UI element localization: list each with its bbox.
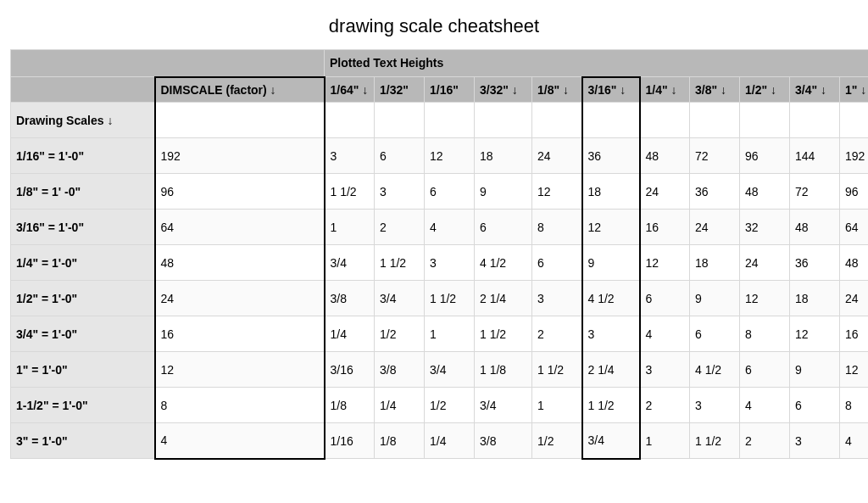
data-cell: 18 bbox=[790, 281, 840, 316]
data-cell: 6 bbox=[790, 388, 840, 423]
data-cell: 1 1/2 bbox=[532, 352, 582, 388]
data-cell: 12 bbox=[840, 352, 869, 388]
data-cell: 4 bbox=[425, 210, 475, 245]
data-cell: 3 bbox=[640, 352, 690, 388]
scale-table: Plotted Text Heights DIMSCALE (factor) ↓… bbox=[10, 49, 868, 460]
data-cell: 3 bbox=[375, 174, 425, 210]
data-cell: 9 bbox=[582, 245, 640, 281]
data-cell: 3 bbox=[582, 316, 640, 352]
data-cell: 24 bbox=[690, 210, 740, 245]
data-cell: 48 bbox=[840, 245, 869, 281]
dimscale-cell: 192 bbox=[155, 138, 325, 174]
row-heading-row: Drawing Scales ↓ bbox=[11, 103, 869, 138]
data-cell: 24 bbox=[840, 281, 869, 316]
data-cell: 192 bbox=[840, 138, 869, 174]
section-label: Plotted Text Heights bbox=[325, 50, 869, 77]
row-scale-label: 1/2" = 1'-0" bbox=[11, 281, 155, 316]
col-header-1-2: 1/2" ↓ bbox=[740, 77, 790, 103]
data-cell: 3 bbox=[425, 245, 475, 281]
data-cell: 6 bbox=[425, 174, 475, 210]
data-cell: 24 bbox=[740, 245, 790, 281]
blank bbox=[425, 103, 475, 138]
data-cell: 6 bbox=[375, 138, 425, 174]
data-cell: 64 bbox=[840, 210, 869, 245]
data-cell: 1 1/2 bbox=[425, 281, 475, 316]
data-cell: 9 bbox=[790, 352, 840, 388]
data-cell: 3/8 bbox=[475, 423, 532, 459]
data-cell: 24 bbox=[640, 174, 690, 210]
data-cell: 12 bbox=[790, 316, 840, 352]
data-cell: 8 bbox=[840, 388, 869, 423]
data-cell: 18 bbox=[475, 138, 532, 174]
data-cell: 2 1/4 bbox=[582, 352, 640, 388]
data-cell: 18 bbox=[690, 245, 740, 281]
data-cell: 9 bbox=[475, 174, 532, 210]
blank bbox=[840, 103, 869, 138]
data-cell: 3 bbox=[325, 138, 375, 174]
blank bbox=[640, 103, 690, 138]
dimscale-cell: 16 bbox=[155, 316, 325, 352]
table-row: 1-1/2" = 1'-0"81/81/41/23/411 1/223468 bbox=[11, 388, 869, 423]
data-cell: 1/4 bbox=[425, 423, 475, 459]
data-cell: 8 bbox=[532, 210, 582, 245]
col-header-1-32: 1/32" bbox=[375, 77, 425, 103]
table-row: 3/16" = 1'-0"6412468121624324864 bbox=[11, 210, 869, 245]
data-cell: 96 bbox=[840, 174, 869, 210]
dimscale-cell: 8 bbox=[155, 388, 325, 423]
blank bbox=[325, 103, 375, 138]
data-cell: 1 1/2 bbox=[475, 316, 532, 352]
col-header-3-32: 3/32" ↓ bbox=[475, 77, 532, 103]
blank bbox=[375, 103, 425, 138]
data-cell: 96 bbox=[740, 138, 790, 174]
table-row: 1/16" = 1'-0"1923612182436487296144192 bbox=[11, 138, 869, 174]
table-row: 1/4" = 1'-0"483/41 1/234 1/2691218243648 bbox=[11, 245, 869, 281]
data-cell: 3/4 bbox=[325, 245, 375, 281]
blank bbox=[740, 103, 790, 138]
data-cell: 1 1/2 bbox=[582, 388, 640, 423]
col-header-1: 1" ↓ bbox=[840, 77, 869, 103]
blank bbox=[532, 103, 582, 138]
table-row: 3/4" = 1'-0"161/41/211 1/2234681216 bbox=[11, 316, 869, 352]
data-cell: 6 bbox=[690, 316, 740, 352]
page-title: drawing scale cheatsheet bbox=[10, 15, 858, 37]
data-cell: 1/2 bbox=[375, 316, 425, 352]
data-cell: 1 1/2 bbox=[690, 423, 740, 459]
row-scale-label: 3/16" = 1'-0" bbox=[11, 210, 155, 245]
blank bbox=[475, 103, 532, 138]
data-cell: 48 bbox=[640, 138, 690, 174]
data-cell: 6 bbox=[740, 352, 790, 388]
dimscale-header: DIMSCALE (factor) ↓ bbox=[155, 77, 325, 103]
table-row: 3" = 1'-0"41/161/81/43/81/23/411 1/2234 bbox=[11, 423, 869, 459]
data-cell: 3/4 bbox=[582, 423, 640, 459]
data-cell: 144 bbox=[790, 138, 840, 174]
section-blank bbox=[11, 50, 325, 77]
data-cell: 3 bbox=[532, 281, 582, 316]
data-cell: 8 bbox=[740, 316, 790, 352]
data-cell: 2 bbox=[532, 316, 582, 352]
table-body: 1/16" = 1'-0"19236121824364872961441921/… bbox=[11, 138, 869, 459]
data-cell: 1/4 bbox=[325, 316, 375, 352]
data-cell: 4 bbox=[840, 423, 869, 459]
table-row: 1/2" = 1'-0"243/83/41 1/22 1/434 1/26912… bbox=[11, 281, 869, 316]
column-headers-row: DIMSCALE (factor) ↓ 1/64" ↓ 1/32" 1/16" … bbox=[11, 77, 869, 103]
data-cell: 48 bbox=[740, 174, 790, 210]
table-row: 1" = 1'-0"123/163/83/41 1/81 1/22 1/434 … bbox=[11, 352, 869, 388]
row-head-label: Drawing Scales ↓ bbox=[11, 103, 155, 138]
col-header-1-4: 1/4" ↓ bbox=[640, 77, 690, 103]
row-scale-label: 1/8" = 1' -0" bbox=[11, 174, 155, 210]
page-root: drawing scale cheatsheet Plotted Text He… bbox=[0, 0, 868, 460]
data-cell: 3/4 bbox=[475, 388, 532, 423]
data-cell: 9 bbox=[690, 281, 740, 316]
col-header-3-4: 3/4" ↓ bbox=[790, 77, 840, 103]
data-cell: 12 bbox=[640, 245, 690, 281]
data-cell: 3/8 bbox=[325, 281, 375, 316]
dimscale-cell: 24 bbox=[155, 281, 325, 316]
data-cell: 24 bbox=[532, 138, 582, 174]
data-cell: 6 bbox=[640, 281, 690, 316]
data-cell: 1/2 bbox=[532, 423, 582, 459]
data-cell: 1/2 bbox=[425, 388, 475, 423]
col-header-3-8: 3/8" ↓ bbox=[690, 77, 740, 103]
data-cell: 48 bbox=[790, 210, 840, 245]
col-header-1-16: 1/16" bbox=[425, 77, 475, 103]
data-cell: 1/8 bbox=[325, 388, 375, 423]
